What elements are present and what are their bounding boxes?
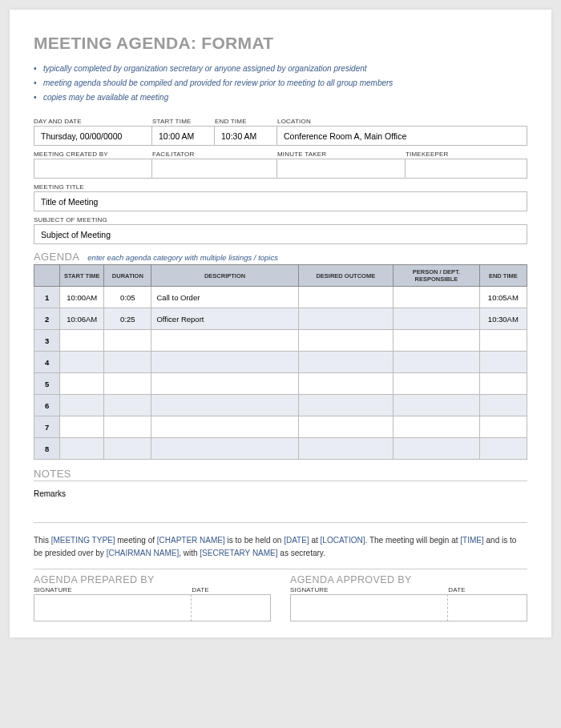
narrative-text: This [MEETING TYPE] meeting of [CHAPTER … [34,523,527,569]
ph-date: [DATE] [284,536,309,545]
meeting-info-row-2: MEETING CREATED BY FACILITATOR MINUTE TA… [34,151,527,179]
cell-end[interactable]: 10:05AM [479,287,527,308]
cell-start[interactable] [60,416,104,438]
cell-start[interactable]: 10:00AM [60,287,104,308]
ph-location: [LOCATION] [321,536,365,545]
cell-start[interactable] [60,330,104,352]
cell-start[interactable] [60,352,104,373]
cell-duration[interactable]: 0:25 [104,308,151,330]
input-prepared-signature[interactable] [34,594,192,621]
input-timekeeper[interactable] [406,159,527,179]
input-location[interactable]: Conference Room A, Main Office [277,126,527,146]
ph-meeting-type: [MEETING TYPE] [51,536,115,545]
input-approved-signature[interactable] [290,594,448,621]
table-row: 7 [34,416,527,438]
col-description-header: DESCRIPTION [151,265,298,287]
cell-duration[interactable]: 0:05 [104,287,151,308]
cell-duration[interactable] [104,373,151,395]
cell-duration[interactable] [104,395,151,416]
cell-outcome[interactable] [298,330,393,352]
cell-end[interactable] [479,395,527,416]
agenda-table: START TIME DURATION DESCRIPTION DESIRED … [34,264,527,460]
cell-start[interactable] [60,373,104,395]
cell-description[interactable] [151,352,298,373]
label-day-date: DAY AND DATE [34,118,152,125]
cell-person[interactable] [394,330,480,352]
cell-description[interactable] [151,373,298,395]
cell-duration[interactable] [104,438,151,460]
cell-end[interactable] [479,330,527,352]
cell-outcome[interactable] [298,438,393,460]
cell-start[interactable] [60,395,104,416]
cell-duration[interactable] [104,416,151,438]
cell-duration[interactable] [104,352,151,373]
cell-person[interactable] [394,308,480,330]
table-row: 5 [34,373,527,395]
instruction-item: typically completed by organization secr… [34,62,527,76]
cell-description[interactable] [151,330,298,352]
cell-outcome[interactable] [298,416,393,438]
meeting-title-row: MEETING TITLE Title of Meeting [34,183,527,211]
agenda-header: AGENDA enter each agenda category with m… [34,251,527,263]
cell-end[interactable] [479,373,527,395]
cell-end[interactable] [479,352,527,373]
input-subject[interactable]: Subject of Meeting [34,224,527,244]
input-meeting-title[interactable]: Title of Meeting [34,191,527,211]
col-num-header [34,265,60,287]
cell-description[interactable] [151,416,298,438]
cell-num: 7 [34,416,60,438]
ph-chapter-name: [CHAPTER NAME] [157,536,225,545]
cell-start[interactable] [60,438,104,460]
approved-by-title: AGENDA APPROVED BY [290,574,527,585]
input-facilitator[interactable] [152,159,277,179]
label-start-time: START TIME [152,118,215,125]
label-prepared-date: DATE [192,586,271,593]
table-row: 8 [34,438,527,460]
cell-description[interactable] [151,395,298,416]
label-approved-signature: SIGNATURE [290,586,448,593]
cell-end[interactable] [479,438,527,460]
label-approved-date: DATE [448,586,527,593]
cell-end[interactable] [479,416,527,438]
cell-person[interactable] [394,287,480,308]
instruction-item: copies may be available at meeting [34,90,527,105]
ph-chairman: [CHAIRMAN NAME] [107,549,180,557]
input-start-time[interactable]: 10:00 AM [152,126,215,146]
cell-num: 4 [34,352,60,373]
notes-body[interactable]: Remarks [34,483,527,523]
cell-person[interactable] [394,352,480,373]
cell-outcome[interactable] [298,352,393,373]
cell-num: 1 [34,287,60,308]
input-minute-taker[interactable] [277,159,406,179]
cell-outcome[interactable] [298,395,393,416]
label-end-time: END TIME [215,118,277,125]
input-prepared-date[interactable] [192,594,271,621]
input-end-time[interactable]: 10:30 AM [215,126,277,146]
cell-duration[interactable] [104,330,151,352]
cell-outcome[interactable] [298,308,393,330]
agenda-hint: enter each agenda category with multiple… [87,253,278,262]
cell-num: 6 [34,395,60,416]
input-created-by[interactable] [34,159,152,179]
cell-start[interactable]: 10:06AM [60,308,104,330]
input-day-date[interactable]: Thursday, 00/00/0000 [34,126,152,146]
ph-time: [TIME] [460,536,483,545]
instruction-item: meeting agenda should be compiled and pr… [34,76,527,90]
prepared-by-block: AGENDA PREPARED BY SIGNATURE DATE [34,574,271,621]
table-row: 210:06AM0:25Officer Report10:30AM [34,308,527,330]
approved-by-block: AGENDA APPROVED BY SIGNATURE DATE [290,574,527,621]
cell-person[interactable] [394,416,480,438]
cell-outcome[interactable] [298,287,393,308]
label-timekeeper: TIMEKEEPER [406,151,527,158]
cell-end[interactable]: 10:30AM [479,308,527,330]
col-person-header: PERSON / DEPT. RESPONSIBLE [394,265,480,287]
cell-person[interactable] [394,438,480,460]
cell-num: 3 [34,330,60,352]
cell-description[interactable] [151,438,298,460]
cell-person[interactable] [394,395,480,416]
cell-person[interactable] [394,373,480,395]
cell-outcome[interactable] [298,373,393,395]
cell-description[interactable]: Call to Order [151,287,298,308]
input-approved-date[interactable] [448,594,527,621]
cell-description[interactable]: Officer Report [151,308,298,330]
